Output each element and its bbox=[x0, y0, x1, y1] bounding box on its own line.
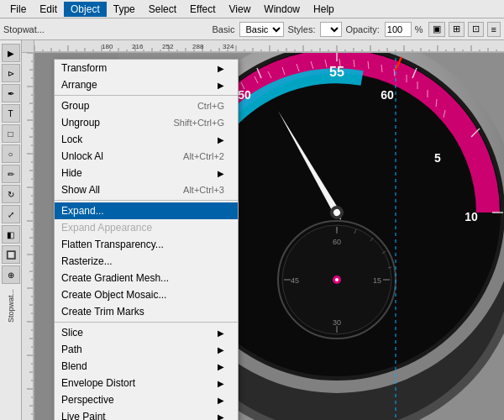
main-area: ▶ ⊳ ✒ T □ ○ ✏ ↻ ⤢ ◧ 🔲 ⊕ Stopwat... bbox=[0, 40, 504, 420]
menu-item-lock[interactable]: Lock ▶ bbox=[55, 131, 238, 148]
menu-file[interactable]: File bbox=[3, 2, 33, 17]
menu-item-trim-marks[interactable]: Create Trim Marks bbox=[55, 303, 238, 320]
svg-text:50: 50 bbox=[238, 88, 251, 102]
object-dropdown-menu: Transform ▶ Arrange ▶ Group Ctrl+G Ungro… bbox=[54, 59, 239, 420]
toolbar-btn3[interactable]: ⊡ bbox=[468, 22, 484, 37]
tool-brush[interactable]: ✏ bbox=[2, 165, 20, 183]
menu-item-transform[interactable]: Transform ▶ bbox=[55, 60, 238, 76]
svg-text:60: 60 bbox=[333, 238, 341, 246]
menu-edit[interactable]: Edit bbox=[33, 2, 64, 17]
menu-item-envelope[interactable]: Envelope Distort ▶ bbox=[55, 375, 238, 391]
styles-label: Styles: bbox=[287, 24, 315, 34]
style-select[interactable]: Basic bbox=[239, 22, 284, 37]
toolbar: Stopwat... Basic Basic Styles: Opacity: … bbox=[0, 18, 504, 40]
svg-text:10: 10 bbox=[465, 210, 478, 223]
ruler-vertical bbox=[22, 53, 34, 420]
canvas-area: 45 50 55 60 5 10 60 bbox=[22, 40, 504, 420]
toolbar-btn2[interactable]: ⊞ bbox=[449, 22, 465, 37]
menu-item-blend[interactable]: Blend ▶ bbox=[55, 358, 238, 375]
menu-item-show-all[interactable]: Show All Alt+Ctrl+3 bbox=[55, 181, 238, 198]
menubar: File Edit Object Type Select Effect View… bbox=[0, 0, 504, 18]
sep1 bbox=[55, 95, 238, 96]
svg-text:60: 60 bbox=[381, 88, 394, 102]
svg-text:5: 5 bbox=[434, 151, 441, 165]
svg-point-38 bbox=[335, 278, 339, 281]
opacity-label: Opacity: bbox=[345, 24, 379, 34]
menu-item-gradient-mesh[interactable]: Create Gradient Mesh... bbox=[55, 270, 238, 286]
menu-type[interactable]: Type bbox=[107, 2, 142, 17]
tool-pen[interactable]: ✒ bbox=[2, 84, 20, 102]
stopwatch-label: Stopwat... bbox=[3, 24, 45, 34]
svg-text:45: 45 bbox=[291, 276, 299, 285]
menu-help[interactable]: Help bbox=[307, 2, 341, 17]
tool-ellipse[interactable]: ○ bbox=[2, 144, 20, 163]
svg-text:15: 15 bbox=[373, 276, 381, 285]
menu-select[interactable]: Select bbox=[142, 2, 183, 17]
opacity-input[interactable] bbox=[385, 22, 412, 37]
tool-rotate[interactable]: ↻ bbox=[2, 185, 20, 203]
tool-direct[interactable]: ⊳ bbox=[2, 64, 20, 82]
ruler-horizontal bbox=[34, 40, 504, 53]
unlock-all-label: Unlock Al bbox=[61, 150, 103, 162]
toolbox: ▶ ⊳ ✒ T □ ○ ✏ ↻ ⤢ ◧ 🔲 ⊕ Stopwat... bbox=[0, 40, 22, 420]
menu-view[interactable]: View bbox=[223, 2, 258, 17]
menu-item-perspective[interactable]: Perspective ▶ bbox=[55, 391, 238, 408]
toolbar-btn1[interactable]: ▣ bbox=[428, 22, 445, 37]
tool-zoom[interactable]: ⊕ bbox=[2, 265, 20, 284]
menu-object[interactable]: Object bbox=[64, 2, 107, 17]
menu-window[interactable]: Window bbox=[257, 2, 307, 17]
menu-item-arrange[interactable]: Arrange ▶ bbox=[55, 76, 238, 93]
toolbar-btn4[interactable]: ≡ bbox=[487, 22, 501, 37]
menu-item-rasterize[interactable]: Rasterize... bbox=[55, 253, 238, 270]
menu-item-expand[interactable]: Expand... bbox=[55, 202, 238, 219]
tool-scale[interactable]: ⤢ bbox=[2, 205, 20, 223]
path-label: Path bbox=[61, 344, 82, 355]
styles-select[interactable] bbox=[320, 22, 342, 37]
menu-item-slice[interactable]: Slice ▶ bbox=[55, 324, 238, 341]
svg-text:30: 30 bbox=[333, 318, 341, 327]
tool-rect[interactable]: □ bbox=[2, 124, 20, 143]
svg-text:55: 55 bbox=[329, 65, 344, 79]
stopwatch-side-label: Stopwat... bbox=[7, 289, 15, 323]
tool-eyedrop[interactable]: 🔲 bbox=[2, 245, 20, 264]
percent-label: % bbox=[415, 24, 423, 34]
menu-item-object-mosaic[interactable]: Create Object Mosaic... bbox=[55, 286, 238, 303]
menu-item-ungroup[interactable]: Ungroup Shift+Ctrl+G bbox=[55, 114, 238, 131]
tool-gradient[interactable]: ◧ bbox=[2, 225, 20, 244]
sep2 bbox=[55, 200, 238, 201]
style-label: Basic bbox=[213, 24, 235, 34]
menu-item-live-paint[interactable]: Live Paint ▶ bbox=[55, 408, 238, 420]
menu-effect[interactable]: Effect bbox=[183, 2, 222, 17]
tool-select[interactable]: ▶ bbox=[2, 44, 20, 62]
ruler-corner bbox=[22, 40, 34, 53]
menu-item-unlock-all[interactable]: Unlock Al Alt+Ctrl+2 bbox=[55, 148, 238, 165]
menu-item-expand-appearance[interactable]: Expand Appearance bbox=[55, 219, 238, 236]
menu-item-path[interactable]: Path ▶ bbox=[55, 341, 238, 358]
menu-item-hide[interactable]: Hide ▶ bbox=[55, 165, 238, 181]
menu-item-flatten[interactable]: Flatten Transparency... bbox=[55, 236, 238, 253]
menu-item-group[interactable]: Group Ctrl+G bbox=[55, 97, 238, 114]
tool-type[interactable]: T bbox=[2, 104, 20, 123]
sep3 bbox=[55, 322, 238, 323]
